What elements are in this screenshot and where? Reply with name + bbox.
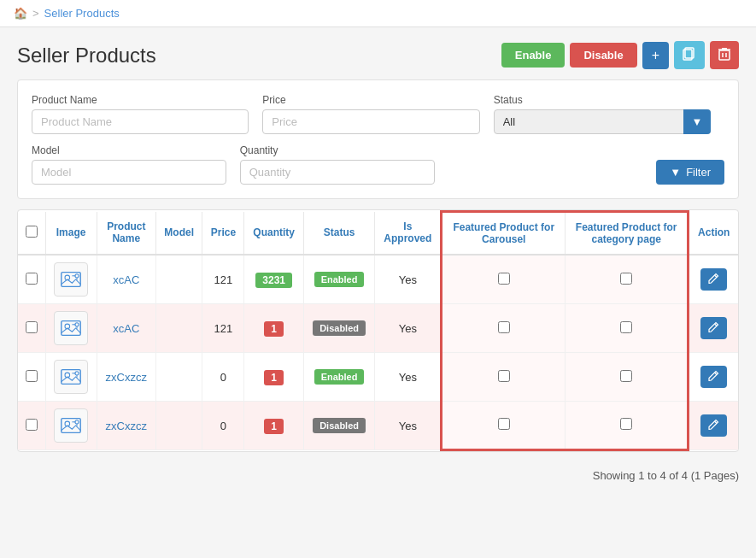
filter-button-group: ▼ Filter — [656, 160, 724, 185]
td-featured-carousel — [442, 353, 565, 402]
td-featured-category — [565, 353, 688, 402]
featured-category-checkbox[interactable] — [620, 273, 632, 285]
product-name-input[interactable] — [32, 109, 249, 134]
th-is-approved: IsApproved — [375, 212, 442, 256]
edit-button[interactable] — [700, 414, 727, 437]
products-table: Image ProductName Model Price Quantity S… — [17, 209, 739, 452]
td-model — [155, 255, 202, 304]
td-model — [155, 402, 202, 450]
page-header: Seller Products Enable Disable + — [0, 27, 756, 79]
home-icon[interactable]: 🏠 — [14, 7, 27, 20]
th-featured-category: Featured Product forcategory page — [565, 212, 688, 256]
td-image — [45, 255, 97, 304]
td-image — [45, 402, 97, 450]
featured-carousel-checkbox[interactable] — [498, 273, 510, 285]
th-image: Image — [45, 212, 97, 256]
row-checkbox[interactable] — [26, 321, 38, 333]
breadcrumb-current[interactable]: Seller Products — [44, 7, 120, 20]
table-row: xcAC121 1 Disabled Yes — [18, 304, 738, 353]
breadcrumb-separator: > — [32, 7, 39, 20]
th-price: Price — [202, 212, 244, 256]
td-featured-carousel — [442, 402, 565, 450]
featured-category-checkbox[interactable] — [620, 321, 632, 333]
delete-button[interactable] — [710, 41, 739, 69]
td-is-approved: Yes — [375, 353, 442, 402]
quantity-filter-group: Quantity — [240, 144, 435, 185]
td-status: Disabled — [303, 304, 374, 353]
quantity-badge: 1 — [264, 321, 284, 337]
quantity-badge: 3231 — [255, 273, 292, 288]
breadcrumb: 🏠 > Seller Products — [0, 0, 756, 27]
disable-button[interactable]: Disable — [570, 43, 636, 68]
td-image — [45, 353, 97, 402]
td-checkbox — [18, 353, 45, 402]
featured-category-checkbox[interactable] — [620, 418, 632, 430]
edit-button[interactable] — [700, 268, 727, 291]
status-badge: Enabled — [314, 272, 365, 287]
featured-carousel-checkbox[interactable] — [498, 321, 510, 333]
td-featured-category — [565, 304, 688, 353]
filter-icon: ▼ — [670, 166, 681, 179]
td-quantity: 1 — [244, 402, 303, 450]
featured-category-checkbox[interactable] — [620, 370, 632, 382]
quantity-input[interactable] — [240, 160, 435, 185]
price-input[interactable] — [262, 109, 479, 134]
row-checkbox[interactable] — [26, 273, 38, 285]
svg-line-12 — [715, 275, 718, 278]
table-footer: Showing 1 to 4 of 4 (1 Pages) — [0, 462, 756, 489]
table-row: xcAC121 3231 Enabled Yes — [18, 255, 738, 304]
table-row: zxCxzcz0 1 Disabled Yes — [18, 402, 738, 450]
td-quantity: 1 — [244, 304, 303, 353]
status-badge: Disabled — [313, 418, 366, 433]
page-title: Seller Products — [17, 44, 156, 68]
td-is-approved: Yes — [375, 255, 442, 304]
th-quantity: Quantity — [244, 212, 303, 256]
featured-carousel-checkbox[interactable] — [498, 418, 510, 430]
th-status: Status — [303, 212, 374, 256]
th-product-name: ProductName — [97, 212, 155, 256]
price-label: Price — [262, 94, 479, 106]
select-all-checkbox[interactable] — [26, 226, 38, 238]
th-model: Model — [155, 212, 202, 256]
model-input[interactable] — [32, 160, 226, 185]
svg-line-18 — [715, 324, 718, 326]
td-quantity: 3231 — [244, 255, 303, 304]
td-action — [689, 255, 738, 304]
svg-line-30 — [715, 421, 718, 424]
td-product-name: zxCxzcz — [97, 353, 155, 402]
svg-line-24 — [715, 373, 718, 375]
edit-button[interactable] — [700, 317, 727, 339]
add-button[interactable]: + — [642, 42, 669, 69]
td-price: 0 — [202, 402, 244, 450]
status-select[interactable]: All Enabled Disabled — [494, 109, 711, 134]
filter-button[interactable]: ▼ Filter — [656, 160, 724, 185]
td-is-approved: Yes — [375, 304, 442, 353]
td-action — [689, 353, 738, 402]
td-action — [689, 402, 738, 450]
pagination-info: Showing 1 to 4 of 4 (1 Pages) — [593, 469, 739, 482]
enable-button[interactable]: Enable — [501, 43, 566, 68]
td-action — [689, 304, 738, 353]
copy-button[interactable] — [674, 41, 705, 69]
td-featured-category — [565, 402, 688, 450]
row-checkbox[interactable] — [26, 419, 38, 431]
product-name-label: Product Name — [32, 94, 249, 106]
quantity-badge: 1 — [264, 419, 284, 434]
product-name-filter-group: Product Name — [32, 94, 249, 134]
th-featured-carousel: Featured Product forCarousel — [442, 212, 565, 256]
model-filter-group: Model — [32, 144, 226, 185]
td-quantity: 1 — [244, 353, 303, 402]
td-price: 0 — [202, 353, 244, 402]
edit-button[interactable] — [700, 366, 727, 388]
td-price: 121 — [202, 255, 244, 304]
featured-carousel-checkbox[interactable] — [498, 370, 510, 382]
quantity-label: Quantity — [240, 144, 435, 156]
td-product-name: xcAC — [97, 255, 155, 304]
quantity-badge: 1 — [264, 370, 284, 385]
price-filter-group: Price — [262, 94, 479, 134]
model-label: Model — [32, 144, 226, 156]
td-featured-carousel — [442, 255, 565, 304]
header-actions: Enable Disable + — [501, 41, 739, 69]
row-checkbox[interactable] — [26, 370, 38, 382]
td-checkbox — [18, 402, 45, 450]
